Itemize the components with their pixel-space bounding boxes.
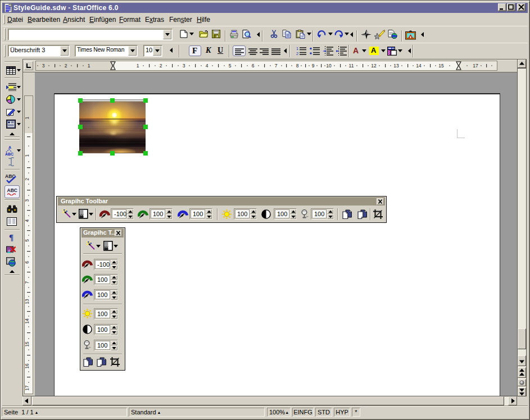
svg-text:8: 8 [296, 63, 299, 69]
svg-text:3: 3 [24, 199, 30, 202]
svg-text:5: 5 [229, 63, 232, 69]
svg-text:1: 1 [137, 63, 139, 69]
svg-text:4: 4 [206, 63, 209, 69]
svg-text:1: 1 [296, 46, 298, 51]
svg-text:6: 6 [252, 63, 255, 69]
svg-text:3: 3 [183, 63, 185, 69]
svg-text:12: 12 [371, 63, 377, 69]
svg-text:2: 2 [296, 51, 298, 56]
svg-text:7: 7 [24, 281, 30, 284]
svg-text:5: 5 [24, 239, 30, 241]
svg-text:4: 4 [24, 219, 30, 222]
svg-text:13: 13 [24, 299, 30, 304]
svg-text:10: 10 [326, 63, 332, 69]
svg-text:1: 1 [88, 63, 90, 69]
svg-text:ABC: ABC [5, 152, 13, 156]
svg-text:13: 13 [393, 63, 399, 69]
svg-text:14: 14 [24, 318, 30, 324]
svg-text:17: 17 [473, 63, 478, 69]
svg-text:1: 1 [24, 116, 30, 119]
svg-text:7: 7 [275, 63, 278, 69]
svg-text:17: 17 [24, 385, 30, 391]
svg-text:11: 11 [349, 63, 354, 69]
svg-text:2: 2 [65, 63, 67, 69]
svg-text:1: 1 [24, 154, 30, 157]
svg-text:15: 15 [438, 63, 444, 69]
svg-text:9: 9 [312, 63, 315, 69]
svg-text:14: 14 [416, 63, 422, 69]
svg-text:16: 16 [24, 363, 30, 369]
svg-text:2: 2 [24, 177, 30, 180]
svg-text:15: 15 [24, 341, 30, 347]
svg-text:ABC: ABC [7, 188, 17, 193]
svg-text:A: A [8, 145, 11, 149]
svg-text:6: 6 [24, 261, 30, 263]
svg-text:2: 2 [160, 63, 162, 69]
svg-text:3: 3 [42, 63, 45, 69]
